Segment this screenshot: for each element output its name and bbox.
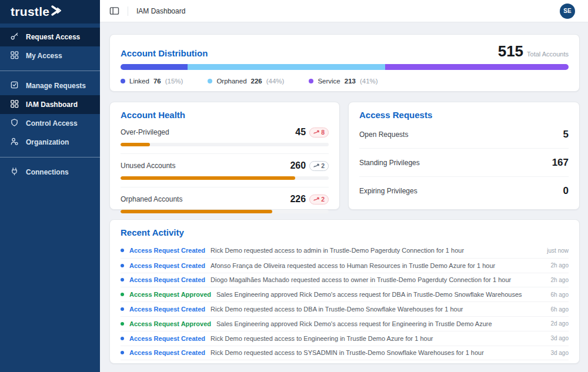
activity-type-label: Access Request Created [129,247,205,254]
request-row-standing: Standing Privileges 167 [359,148,569,176]
activity-row[interactable]: Access Request Created Afonso França de … [121,258,569,273]
status-dot [121,264,124,267]
trending-up-icon [313,163,319,168]
trend-badge: 8 [309,128,329,138]
activity-row[interactable]: Access Request Created Rick Demo request… [121,243,569,258]
activity-row[interactable]: Access Request Created Rick Demo request… [121,346,569,360]
metric-value: 45 [295,127,306,138]
metric-label: Standing Privileges [359,159,420,167]
activity-text: Diogo Magalhães Machado requested access… [211,276,543,283]
legend-item-orphaned: Orphaned 226 (44%) [208,78,284,85]
legend-dot [309,79,313,83]
status-dot [121,322,124,326]
metric-label: Expiring Privileges [359,187,417,195]
activity-row[interactable]: Access Request Approved Sales Engineerin… [121,316,569,331]
sidebar-toggle-icon[interactable] [109,6,119,15]
segment-linked [121,64,188,70]
legend-name: Linked [129,78,149,85]
metric-value: 260 [290,160,306,171]
activity-type-label: Access Request Created [129,349,205,356]
metric-label: Unused Accounts [121,162,175,170]
sidebar-item-connections[interactable]: Connections [0,163,100,182]
trending-up-icon [313,197,319,202]
activity-timestamp: 3d ago [550,350,569,356]
card-title: Account Distribution [121,48,208,58]
grid-icon [10,99,19,110]
sidebar-item-label: Request Access [26,33,80,41]
activity-row[interactable]: Access Request Created Diogo Magalhães M… [121,273,569,287]
activity-timestamp: 2d ago [550,320,569,327]
status-dot [121,307,124,311]
status-dot [121,249,124,252]
legend-name: Service [318,78,340,85]
sidebar-item-label: Manage Requests [26,82,86,90]
activity-row[interactable]: Access Request Created Rick Demo request… [121,301,569,316]
activity-timestamp: 3d ago [550,335,569,341]
sidebar-item-request-access[interactable]: Request Access [0,28,100,46]
health-row-orphaned-accounts: Orphaned Accounts 226 2 [121,187,329,220]
activity-type-label: Access Request Created [129,262,205,269]
activity-row[interactable]: Access Request Created Rick Demo request… [121,331,569,346]
activity-list: Access Request Created Rick Demo request… [121,243,569,364]
legend-dot [208,79,212,83]
checkbox-icon [10,81,19,91]
sidebar-item-manage-requests[interactable]: Manage Requests [0,76,100,95]
segment-orphaned [188,64,385,70]
activity-text: Rick Demo requested access to DBA in Tru… [211,306,543,313]
breadcrumb: IAM Dashboard [136,7,185,15]
activity-timestamp: 6h ago [550,306,569,313]
activity-type-label: Access Request Created [129,276,205,283]
shield-icon [10,118,19,129]
status-dot [121,293,124,296]
sidebar-divider [0,71,100,71]
progress-bar [121,143,329,146]
legend-percent: (44%) [266,78,285,85]
legend-item-linked: Linked 76 (15%) [121,78,183,85]
sidebar-item-control-access[interactable]: Control Access [0,114,100,133]
request-row-expiring: Expiring Privileges 0 [359,176,569,205]
distribution-legend: Linked 76 (15%) Orphaned 226 (44%) Servi… [121,78,569,85]
sidebar-item-my-access[interactable]: My Access [0,46,100,65]
total-accounts-label: Total Accounts [527,51,569,58]
metric-label: Open Requests [359,130,408,139]
activity-text: Rick Demo requested access to Engineerin… [211,335,543,342]
health-row-unused-accounts: Unused Accounts 260 2 [121,153,329,187]
account-health-card: Account Health Over-Privileged 45 8 [109,102,340,210]
activity-text: Sales Engineering approved Rick Demo's a… [216,320,543,327]
legend-value: 213 [345,78,356,85]
sidebar-item-organization[interactable]: Organization [0,133,100,152]
segment-service [385,64,569,70]
key-icon [10,32,19,42]
health-row-over-privileged: Over-Privileged 45 8 [121,120,329,153]
legend-name: Orphaned [216,78,246,85]
activity-timestamp: 2h ago [550,277,569,283]
activity-type-label: Access Request Created [129,306,205,313]
plug-icon [10,167,19,177]
request-row-open: Open Requests 5 [359,120,569,148]
legend-percent: (15%) [165,78,183,85]
status-dot [121,278,124,281]
total-accounts-value: 515 [498,42,523,61]
sidebar-item-label: Connections [26,168,69,176]
activity-text: Rick Demo requested access to SYSADMIN i… [211,349,543,356]
metric-value: 5 [563,129,569,140]
legend-percent: (41%) [360,78,378,85]
sidebar-item-label: Control Access [26,119,78,128]
activity-row[interactable]: Access Request Approved Sales Engineerin… [121,287,569,301]
activity-type-label: Access Request Approved [129,320,211,327]
sidebar-item-iam-dashboard[interactable]: IAM Dashboard [0,95,100,114]
activity-row[interactable]: Access Request Created Rick Demo request… [121,360,569,364]
avatar[interactable]: SE [560,4,575,19]
grid-icon [10,51,19,61]
legend-dot [121,79,125,83]
sidebar-item-label: Organization [26,138,69,146]
progress-bar [121,210,329,213]
activity-timestamp: 6h ago [550,291,569,298]
activity-type-label: Access Request Created [129,335,205,342]
activity-text: Rick Demo requested access to admin in T… [211,247,540,254]
status-dot [121,337,124,340]
logo-chevron-icon [51,5,64,19]
activity-text: Afonso França de Oliveira requested acce… [211,262,543,269]
logo[interactable]: trustle [0,0,100,24]
metric-label: Orphaned Accounts [121,195,182,203]
